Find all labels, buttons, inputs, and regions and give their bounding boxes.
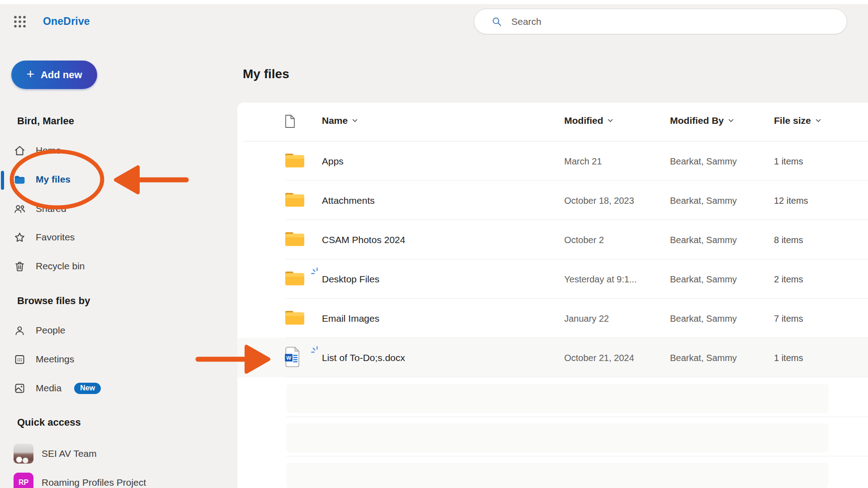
file-size-cell: 1 items bbox=[774, 352, 803, 363]
modified-cell: October 21, 2024 bbox=[564, 352, 634, 363]
file-name[interactable]: Attachments bbox=[322, 195, 375, 206]
star-icon bbox=[14, 231, 26, 244]
file-name[interactable]: Apps bbox=[322, 156, 344, 167]
modified-by-cell: Bearkat, Sammy bbox=[670, 274, 737, 284]
modified-by-cell: Bearkat, Sammy bbox=[670, 195, 737, 206]
row-divider bbox=[286, 417, 868, 417]
quick-access-roaming-profiles[interactable]: RP Roaming Profiles Project bbox=[14, 471, 176, 488]
file-size-cell: 1 items bbox=[774, 156, 803, 166]
search-bar[interactable] bbox=[474, 9, 847, 34]
media-icon bbox=[14, 382, 26, 394]
app-title: OneDrive bbox=[43, 15, 90, 28]
calendar-icon bbox=[14, 353, 26, 366]
onedrive-app: OneDrive + Add new Bird, Marlee Home My … bbox=[0, 0, 868, 488]
file-size-cell: 8 items bbox=[774, 235, 803, 245]
file-name[interactable]: Email Images bbox=[322, 313, 379, 324]
file-name[interactable]: Desktop Files bbox=[322, 274, 379, 285]
sidebar-item-recycle-bin[interactable]: Recycle bin bbox=[14, 254, 176, 278]
person-icon bbox=[14, 324, 26, 337]
sidebar-item-media[interactable]: Media New bbox=[14, 376, 176, 400]
file-row[interactable]: CSAM Photos 2024 October 2 Bearkat, Samm… bbox=[237, 220, 868, 259]
svg-text:W: W bbox=[286, 355, 291, 360]
word-document-icon: W bbox=[284, 347, 301, 369]
sidebar-item-meetings[interactable]: Meetings bbox=[14, 347, 176, 371]
modified-cell: March 21 bbox=[564, 156, 602, 166]
search-input[interactable] bbox=[510, 16, 838, 28]
file-row[interactable]: Attachments October 18, 2023 Bearkat, Sa… bbox=[237, 181, 868, 220]
sidebar-item-shared[interactable]: Shared bbox=[14, 197, 176, 221]
chevron-down-icon bbox=[608, 119, 613, 122]
file-row[interactable]: Apps March 21 Bearkat, Sammy 1 items bbox=[237, 141, 868, 181]
sidebar-item-label: Favorites bbox=[36, 232, 75, 243]
sidebar-item-label: Recycle bin bbox=[36, 261, 85, 272]
column-header-modified-by[interactable]: Modified By bbox=[670, 115, 734, 126]
quick-access-label: SEI AV Team bbox=[42, 448, 97, 459]
file-size-cell: 12 items bbox=[774, 195, 808, 206]
modified-by-cell: Bearkat, Sammy bbox=[670, 352, 737, 363]
search-icon bbox=[491, 16, 502, 27]
team-site-thumbnail bbox=[14, 444, 33, 464]
people-icon bbox=[14, 203, 26, 215]
folder-icon bbox=[284, 191, 305, 210]
modified-by-cell: Bearkat, Sammy bbox=[670, 235, 737, 245]
add-new-button[interactable]: + Add new bbox=[11, 61, 97, 89]
file-row[interactable]: Desktop Files Yesterday at 9:1... Bearka… bbox=[237, 259, 868, 299]
waffle-icon bbox=[13, 15, 27, 28]
recent-sparkle-icon bbox=[311, 267, 319, 277]
browse-files-by-heading: Browse files by bbox=[17, 295, 90, 307]
modified-cell: October 18, 2023 bbox=[564, 195, 634, 206]
folder-icon bbox=[284, 309, 305, 328]
sidebar-item-my-files[interactable]: My files bbox=[14, 168, 176, 191]
home-icon bbox=[14, 145, 26, 157]
file-size-cell: 2 items bbox=[774, 274, 803, 284]
chevron-down-icon bbox=[352, 119, 358, 122]
trash-icon bbox=[14, 260, 26, 272]
sidebar-item-label: Home bbox=[36, 145, 61, 156]
sidebar-item-label: Shared bbox=[36, 203, 66, 214]
skeleton-row bbox=[286, 423, 829, 452]
profile-name: Bird, Marlee bbox=[17, 115, 74, 127]
quick-access-heading: Quick access bbox=[17, 417, 81, 428]
quick-access-sei-av-team[interactable]: SEI AV Team bbox=[14, 442, 176, 465]
file-row[interactable]: Email Images January 22 Bearkat, Sammy 7… bbox=[237, 299, 868, 338]
sidebar-item-label: People bbox=[36, 325, 65, 336]
column-header-name[interactable]: Name bbox=[322, 115, 358, 126]
file-size-cell: 7 items bbox=[774, 313, 803, 324]
sidebar-item-favorites[interactable]: Favorites bbox=[14, 225, 176, 249]
modified-cell: Yesterday at 9:1... bbox=[564, 274, 637, 284]
file-name[interactable]: CSAM Photos 2024 bbox=[322, 235, 405, 245]
file-name[interactable]: List of To-Do;s.docx bbox=[322, 352, 405, 363]
page-title: My files bbox=[243, 67, 289, 81]
folder-icon bbox=[284, 152, 305, 171]
sidebar-item-label: Meetings bbox=[36, 354, 74, 365]
quick-access-label: Roaming Profiles Project bbox=[42, 477, 146, 488]
window-top-strip bbox=[0, 0, 868, 4]
selected-nav-indicator bbox=[1, 171, 4, 190]
add-new-label: Add new bbox=[41, 69, 82, 81]
document-type-column-icon bbox=[284, 114, 296, 130]
modified-by-cell: Bearkat, Sammy bbox=[670, 156, 737, 166]
new-badge: New bbox=[74, 383, 101, 394]
site-initials-badge: RP bbox=[14, 473, 33, 488]
skeleton-row bbox=[286, 384, 829, 413]
column-header-modified[interactable]: Modified bbox=[564, 115, 613, 126]
modified-cell: October 2 bbox=[564, 235, 604, 245]
file-list-panel: Name Modified Modified By File size bbox=[237, 103, 868, 488]
folder-icon bbox=[284, 270, 305, 289]
plus-icon: + bbox=[26, 67, 34, 81]
file-row[interactable]: W List of To-Do;s.docx October 21, 2024 … bbox=[237, 338, 868, 377]
chevron-down-icon bbox=[816, 119, 821, 122]
sidebar-item-label: Media bbox=[36, 383, 61, 394]
chevron-down-icon bbox=[728, 119, 734, 122]
modified-cell: January 22 bbox=[564, 313, 609, 324]
sidebar-item-people[interactable]: People bbox=[14, 319, 176, 342]
folder-icon bbox=[14, 174, 26, 186]
folder-icon bbox=[284, 230, 305, 249]
sidebar-item-label: My files bbox=[36, 174, 71, 185]
skeleton-row bbox=[286, 463, 829, 488]
modified-by-cell: Bearkat, Sammy bbox=[670, 313, 737, 324]
app-launcher-button[interactable] bbox=[10, 12, 30, 32]
column-header-file-size[interactable]: File size bbox=[774, 115, 821, 126]
sidebar-item-home[interactable]: Home bbox=[14, 139, 176, 162]
recent-sparkle-icon bbox=[311, 345, 319, 356]
